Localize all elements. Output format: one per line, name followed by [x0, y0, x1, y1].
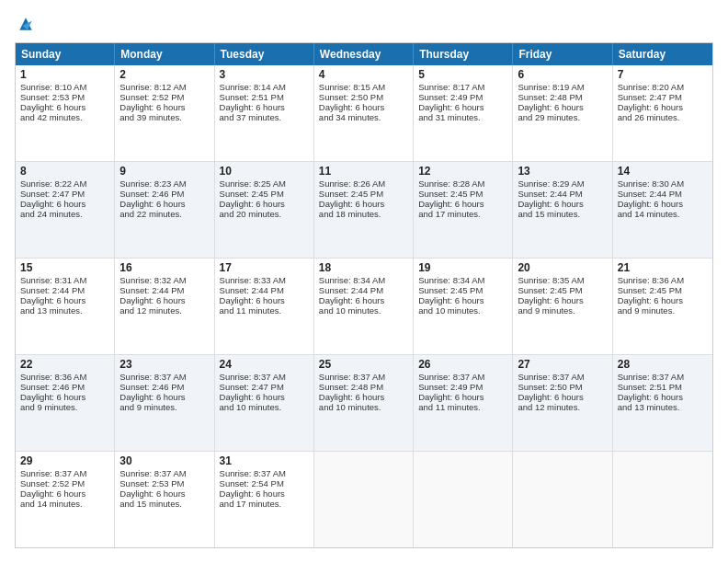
day-number: 14	[618, 165, 708, 178]
day-info: Sunrise: 8:12 AM	[119, 82, 209, 92]
day-number: 2	[119, 68, 209, 81]
day-info: Sunset: 2:53 PM	[20, 92, 109, 102]
day-info: Sunset: 2:52 PM	[119, 92, 209, 102]
weekday-header: Thursday	[414, 43, 513, 65]
day-info: Sunset: 2:45 PM	[618, 285, 708, 295]
day-info: Sunset: 2:44 PM	[20, 285, 109, 295]
day-cell: 5Sunrise: 8:17 AMSunset: 2:49 PMDaylight…	[414, 65, 513, 161]
day-cell: 3Sunrise: 8:14 AMSunset: 2:51 PMDaylight…	[215, 65, 314, 161]
day-info: Sunset: 2:51 PM	[618, 382, 708, 392]
day-info: Sunset: 2:53 PM	[119, 478, 209, 488]
day-number: 5	[418, 68, 507, 81]
day-info: and 10 minutes.	[418, 305, 507, 316]
day-info: and 34 minutes.	[319, 112, 408, 122]
empty-cell	[613, 452, 712, 547]
day-number: 9	[119, 165, 209, 178]
day-info: Sunrise: 8:37 AM	[20, 468, 109, 478]
day-info: Sunset: 2:49 PM	[418, 382, 507, 392]
day-info: Daylight: 6 hours	[220, 392, 309, 402]
day-cell: 2Sunrise: 8:12 AMSunset: 2:52 PMDaylight…	[115, 65, 214, 161]
day-info: Daylight: 6 hours	[20, 295, 109, 305]
day-info: Sunrise: 8:19 AM	[518, 82, 607, 92]
day-info: Sunset: 2:45 PM	[418, 285, 507, 295]
day-number: 26	[418, 358, 507, 371]
day-number: 17	[220, 261, 309, 274]
day-info: and 26 minutes.	[618, 112, 708, 122]
day-number: 27	[518, 358, 607, 371]
day-info: and 10 minutes.	[220, 402, 309, 412]
day-info: Daylight: 6 hours	[518, 295, 607, 305]
day-info: and 12 minutes.	[518, 402, 607, 412]
day-info: Sunset: 2:47 PM	[20, 189, 109, 199]
day-info: and 14 minutes.	[20, 499, 109, 509]
day-info: Daylight: 6 hours	[319, 392, 408, 402]
day-info: Sunset: 2:52 PM	[20, 478, 109, 488]
day-cell: 13Sunrise: 8:29 AMSunset: 2:44 PMDayligh…	[513, 162, 612, 258]
calendar-row: 29Sunrise: 8:37 AMSunset: 2:52 PMDayligh…	[16, 452, 712, 547]
day-number: 7	[618, 68, 708, 81]
day-info: Daylight: 6 hours	[220, 199, 309, 209]
day-info: and 10 minutes.	[319, 402, 408, 412]
day-info: and 24 minutes.	[20, 209, 109, 219]
day-number: 21	[618, 261, 708, 274]
day-cell: 27Sunrise: 8:37 AMSunset: 2:50 PMDayligh…	[513, 355, 612, 451]
day-cell: 6Sunrise: 8:19 AMSunset: 2:48 PMDaylight…	[513, 65, 612, 161]
day-info: Daylight: 6 hours	[518, 102, 607, 112]
weekday-header: Saturday	[613, 43, 712, 65]
day-info: Sunset: 2:45 PM	[319, 189, 408, 199]
day-cell: 12Sunrise: 8:28 AMSunset: 2:45 PMDayligh…	[414, 162, 513, 258]
day-info: Sunrise: 8:22 AM	[20, 178, 109, 189]
day-info: and 29 minutes.	[518, 112, 607, 122]
day-number: 11	[319, 165, 408, 178]
day-number: 4	[319, 68, 408, 81]
day-info: and 18 minutes.	[319, 209, 408, 219]
day-info: Sunrise: 8:31 AM	[20, 275, 109, 285]
day-number: 18	[319, 261, 408, 274]
day-info: Sunrise: 8:10 AM	[20, 82, 109, 92]
day-number: 24	[220, 358, 309, 371]
day-info: Sunset: 2:48 PM	[518, 92, 607, 102]
calendar: SundayMondayTuesdayWednesdayThursdayFrid…	[15, 42, 713, 548]
day-info: Sunrise: 8:37 AM	[418, 372, 507, 382]
day-info: Sunset: 2:46 PM	[20, 382, 109, 392]
day-info: Sunrise: 8:25 AM	[220, 178, 309, 189]
day-info: and 9 minutes.	[20, 402, 109, 412]
day-info: Daylight: 6 hours	[220, 295, 309, 305]
day-info: Sunrise: 8:28 AM	[418, 178, 507, 189]
day-info: Daylight: 6 hours	[119, 488, 209, 499]
day-info: Daylight: 6 hours	[119, 102, 209, 112]
empty-cell	[513, 452, 612, 547]
day-cell: 16Sunrise: 8:32 AMSunset: 2:44 PMDayligh…	[115, 259, 214, 354]
day-info: and 9 minutes.	[518, 305, 607, 316]
calendar-row: 8Sunrise: 8:22 AMSunset: 2:47 PMDaylight…	[16, 162, 712, 259]
day-info: and 37 minutes.	[220, 112, 309, 122]
day-info: Daylight: 6 hours	[20, 488, 109, 499]
day-info: Sunset: 2:47 PM	[618, 92, 708, 102]
empty-cell	[314, 452, 414, 547]
day-info: Sunset: 2:51 PM	[220, 92, 309, 102]
day-cell: 1Sunrise: 8:10 AMSunset: 2:53 PMDaylight…	[16, 65, 115, 161]
calendar-page: SundayMondayTuesdayWednesdayThursdayFrid…	[0, 0, 728, 563]
day-info: and 9 minutes.	[618, 305, 708, 316]
day-number: 30	[119, 454, 209, 467]
day-info: Daylight: 6 hours	[319, 199, 408, 209]
day-info: Sunrise: 8:14 AM	[220, 82, 309, 92]
day-number: 19	[418, 261, 507, 274]
day-number: 23	[119, 358, 209, 371]
day-info: Daylight: 6 hours	[220, 102, 309, 112]
weekday-header: Tuesday	[215, 43, 314, 65]
empty-cell	[414, 452, 513, 547]
calendar-body: 1Sunrise: 8:10 AMSunset: 2:53 PMDaylight…	[16, 65, 712, 547]
day-info: Sunrise: 8:26 AM	[319, 178, 408, 189]
day-info: Sunset: 2:50 PM	[518, 382, 607, 392]
day-number: 20	[518, 261, 607, 274]
day-cell: 26Sunrise: 8:37 AMSunset: 2:49 PMDayligh…	[414, 355, 513, 451]
day-number: 10	[220, 165, 309, 178]
day-info: and 11 minutes.	[418, 402, 507, 412]
day-cell: 29Sunrise: 8:37 AMSunset: 2:52 PMDayligh…	[16, 452, 115, 547]
day-info: Sunrise: 8:30 AM	[618, 178, 708, 189]
day-info: Sunrise: 8:37 AM	[220, 468, 309, 478]
day-info: Daylight: 6 hours	[618, 295, 708, 305]
page-header	[15, 15, 713, 33]
day-info: and 39 minutes.	[119, 112, 209, 122]
